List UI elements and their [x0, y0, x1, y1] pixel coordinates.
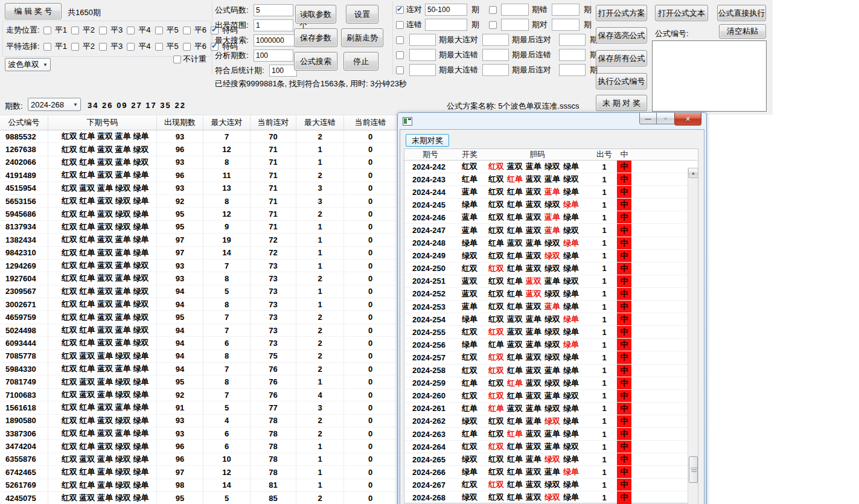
list-item[interactable]: 2024-263红单红双红单蓝双蓝单绿单1中	[404, 428, 698, 441]
table-row[interactable]: 7085778红双 蓝双 蓝单 绿双 绿单9487520	[0, 350, 397, 363]
save-highlighted-formula-button[interactable]: 保存选亮公式	[596, 27, 647, 43]
table-row[interactable]: 9842310红双 红单 蓝双 蓝单 绿单97147210	[0, 247, 397, 260]
position-option[interactable]: 平6	[183, 25, 206, 36]
condition-input[interactable]	[409, 49, 436, 61]
table-row[interactable]: 6742465红双 红单 蓝单 绿双 绿单97127810	[0, 466, 397, 479]
list-item[interactable]: 2024-261红单红单蓝双蓝单绿双绿单1中	[404, 403, 698, 415]
list-item[interactable]: 2024-243红单红双红单蓝双蓝单绿双1中	[404, 173, 698, 186]
list-item[interactable]: 2024-246蓝单红双红单蓝双蓝单绿单1中	[404, 211, 698, 224]
position-option[interactable]: 平2	[71, 41, 95, 52]
save-all-formula-button[interactable]: 保存所有公式	[596, 50, 647, 66]
table-row[interactable]: 1927604红双 红单 蓝双 蓝单 绿双9387320	[0, 272, 397, 285]
condition-checkbox[interactable]	[396, 66, 404, 74]
list-item[interactable]: 2024-267红双红双红单蓝双绿双绿单1中	[404, 479, 698, 491]
list-item[interactable]: 2024-260红双红双红单蓝双蓝单绿双1中	[404, 390, 698, 403]
param-input[interactable]	[254, 4, 293, 16]
list-item[interactable]: 2024-264红双红双红单蓝双蓝单绿双1中	[404, 441, 698, 453]
table-row[interactable]: 2402066红双 红单 蓝双 蓝单 绿双9387110	[0, 156, 397, 169]
list-item[interactable]: 2024-244蓝单红双红单蓝双蓝单绿单1中	[404, 186, 698, 199]
tab-last-period-check[interactable]: 末期对奖	[406, 134, 449, 147]
table-row[interactable]: 5984330红双 红单 蓝双 蓝单 绿单9477620	[0, 363, 397, 375]
table-row[interactable]: 4515954红双 蓝双 蓝单 绿双 绿单93137130	[0, 182, 397, 195]
list-item[interactable]: 2024-242红双红双蓝双蓝单绿双绿单1中	[404, 161, 698, 173]
position-checkbox[interactable]	[99, 43, 107, 51]
param-button-4[interactable]: 刷新走势	[341, 28, 383, 47]
no-repeat-checkbox[interactable]	[173, 56, 181, 63]
condition-checkbox[interactable]	[396, 21, 404, 29]
condition-input[interactable]	[501, 4, 529, 16]
list-item[interactable]: 2024-266绿单红双红单蓝双蓝单绿单1中	[404, 466, 698, 479]
position-checkbox[interactable]	[183, 27, 191, 34]
condition-input[interactable]	[552, 19, 580, 31]
list-item[interactable]: 2024-255红双红双蓝双蓝单绿双绿单1中	[404, 326, 698, 339]
param-button-6[interactable]: 停止	[343, 52, 378, 71]
table-row[interactable]: 9885532红双 红单 蓝双 蓝单 绿单9377020	[0, 130, 397, 143]
list-item[interactable]: 2024-245绿单红双红单蓝双绿双绿单1中	[404, 199, 698, 211]
position-option[interactable]: 平1	[43, 25, 67, 36]
list-item[interactable]: 2024-268绿双红双红单蓝双绿双绿单1中	[404, 491, 698, 504]
last-period-check-button[interactable]: 末 期 对 奖	[596, 95, 647, 111]
position-option[interactable]: 平5	[155, 25, 179, 36]
list-item[interactable]: 2024-259红单红双红单蓝双绿双绿单1中	[404, 377, 698, 390]
formula-direct-exec-button[interactable]: 公式直接执行	[717, 5, 766, 21]
position-checkbox[interactable]	[127, 43, 135, 51]
condition-checkbox[interactable]	[489, 21, 497, 29]
condition-checkbox[interactable]	[396, 6, 404, 14]
position-option[interactable]: 平5	[155, 41, 179, 52]
position-option[interactable]: 平4	[127, 25, 150, 36]
table-row[interactable]: 1890580红双 红单 蓝双 绿双 绿单9347820	[0, 415, 397, 427]
position-option[interactable]: 平1	[43, 41, 67, 52]
maximize-button[interactable]: ▫	[657, 113, 674, 124]
open-formula-scheme-button[interactable]: 打开公式方案	[596, 5, 647, 21]
condition-input[interactable]	[409, 34, 436, 46]
position-checkbox[interactable]	[127, 27, 135, 34]
condition-input[interactable]	[559, 34, 586, 46]
condition-checkbox[interactable]	[396, 36, 404, 44]
condition-input[interactable]	[559, 64, 586, 76]
position-option[interactable]: 平4	[127, 41, 150, 52]
param-input[interactable]	[254, 49, 293, 62]
mode-select-dropdown[interactable]: 波色单双 ▼	[5, 58, 51, 71]
list-item[interactable]: 2024-247蓝单红双红单蓝双蓝单绿双1中	[404, 224, 698, 237]
list-item[interactable]: 2024-257红双红双红单蓝双绿双绿单1中	[404, 351, 698, 364]
clear-paste-button[interactable]: 清空粘贴	[719, 24, 766, 39]
condition-input[interactable]	[482, 64, 509, 76]
table-row[interactable]: 4191489红双 红单 蓝双 蓝单 绿单96117120	[0, 169, 397, 182]
list-item[interactable]: 2024-254绿单红双蓝双蓝单绿双绿单1中	[404, 313, 698, 326]
table-row[interactable]: 6355876红双 蓝双 蓝单 绿双 绿单96107810	[0, 453, 397, 466]
position-option[interactable]: 平3	[99, 41, 123, 52]
table-row[interactable]: 1561618红双 红单 蓝双 蓝单 绿单9157730	[0, 401, 397, 414]
formula-no-textarea[interactable]	[652, 40, 767, 112]
table-row[interactable]: 5024498红双 红单 蓝双 蓝单 绿双9477320	[0, 324, 397, 337]
table-row[interactable]: 4245075红双 蓝双 蓝单 绿双 绿单9558520	[0, 492, 397, 504]
table-row[interactable]: 3002671红双 红单 蓝双 蓝单 绿双9487310	[0, 298, 397, 311]
position-option[interactable]: 平6	[183, 41, 206, 52]
condition-input[interactable]	[552, 4, 580, 16]
param-button-2[interactable]: 设置	[346, 5, 378, 24]
condition-input[interactable]	[482, 49, 509, 61]
condition-input[interactable]	[425, 19, 467, 31]
table-row[interactable]: 5653156红双 红单 蓝双 绿双 绿单9287130	[0, 195, 397, 208]
exec-formula-no-button[interactable]: 执行公式编号	[596, 73, 647, 89]
table-row[interactable]: 7100683红双 蓝双 蓝单 绿双 绿单9277640	[0, 389, 397, 401]
list-item[interactable]: 2024-262绿双红双红单蓝单绿双绿单1中	[404, 415, 698, 428]
vertical-scrollbar[interactable]: ▲ ▼	[688, 168, 698, 504]
table-row[interactable]: 5261769红双 红单 蓝单 绿双 绿单98148110	[0, 479, 397, 492]
table-row[interactable]: 5945686红双 红单 蓝双 绿双 绿单95127120	[0, 208, 397, 220]
condition-checkbox[interactable]	[489, 6, 497, 14]
list-item[interactable]: 2024-256绿单红单蓝双蓝单绿双绿单1中	[404, 339, 698, 351]
position-checkbox[interactable]	[43, 43, 51, 51]
list-item[interactable]: 2024-248绿单红单蓝双蓝单绿双绿单1中	[404, 237, 698, 250]
position-checkbox[interactable]	[71, 43, 79, 51]
position-checkbox[interactable]	[99, 27, 107, 34]
condition-input[interactable]	[482, 34, 509, 46]
condition-input[interactable]	[559, 49, 586, 61]
minimize-button[interactable]: —	[639, 113, 657, 124]
list-item[interactable]: 2024-252蓝双红双红单蓝双绿双绿单1中	[404, 288, 698, 301]
list-item[interactable]: 2024-253蓝单红双红单蓝双蓝单绿单1中	[404, 301, 698, 313]
table-row[interactable]: 2309567红双 红单 蓝双 蓝单 绿双9457310	[0, 285, 397, 298]
list-item[interactable]: 2024-265绿双红双红单蓝单绿双绿单1中	[404, 453, 698, 466]
scroll-up-arrow[interactable]: ▲	[688, 168, 698, 178]
param-button-5[interactable]: 公式搜索	[294, 52, 337, 71]
list-item[interactable]: 2024-249绿双红双红单蓝双绿双绿单1中	[404, 250, 698, 263]
